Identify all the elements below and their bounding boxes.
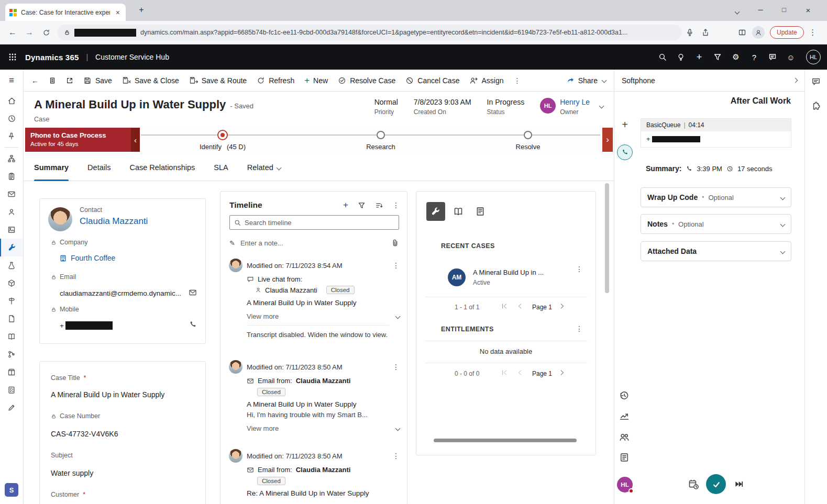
stage-identify-label[interactable]: Identify(45 D) <box>200 143 246 151</box>
browser-profile-avatar[interactable] <box>752 26 765 39</box>
call-phone-icon[interactable] <box>189 320 197 329</box>
entry-more-icon[interactable]: ⋮ <box>392 363 400 371</box>
owner-link[interactable]: Henry Le <box>560 98 590 106</box>
entry-more-icon[interactable]: ⋮ <box>392 452 400 460</box>
process-prev-chevron[interactable]: ‹ <box>131 128 140 152</box>
recent-first-page-icon[interactable] <box>501 303 508 309</box>
contacts-people-icon[interactable] <box>619 432 631 443</box>
contacts-person-icon[interactable] <box>0 203 23 221</box>
stage-research-marker[interactable] <box>377 131 385 139</box>
skip-forward-icon[interactable] <box>734 479 743 489</box>
tab-actions-chevron-icon[interactable] <box>728 7 746 15</box>
recent-case-title-link[interactable]: A Mineral Build Up in ... <box>473 268 544 276</box>
view-more-row[interactable]: View more <box>247 312 400 320</box>
notes-accordion[interactable]: Notes • Optional <box>641 214 791 234</box>
app-name[interactable]: Customer Service Hub <box>95 53 169 61</box>
refresh-button[interactable]: Refresh <box>252 73 299 88</box>
entitlements-next-page-icon[interactable] <box>559 369 565 376</box>
active-call-phone-icon[interactable] <box>617 144 633 160</box>
tab-summary[interactable]: Summary <box>34 154 69 181</box>
cancel-case-button[interactable]: Cancel Case <box>401 73 464 88</box>
view-more-row[interactable]: View more <box>247 424 400 432</box>
complete-acw-check-button[interactable] <box>706 474 726 494</box>
subject-value[interactable]: Water supply <box>51 469 93 477</box>
softphone-collapse-chevron-icon[interactable] <box>793 78 798 83</box>
window-maximize-button[interactable]: □ <box>775 6 793 14</box>
settings-gear-icon[interactable]: ⚙ <box>731 52 741 62</box>
package-box-icon[interactable] <box>0 363 23 381</box>
assign-button[interactable]: Assign <box>465 73 508 88</box>
tab-sla[interactable]: SLA <box>214 154 228 181</box>
timeline-note-row[interactable]: ✎ <box>229 235 399 251</box>
entry-title[interactable]: A Mineral Build Up in Water Supply <box>247 400 400 408</box>
stage-identify-marker[interactable] <box>217 130 228 140</box>
media-photo-icon[interactable] <box>0 221 23 239</box>
split-screen-icon[interactable] <box>734 28 750 37</box>
dynamics-brand[interactable]: Dynamics 365 <box>25 53 79 62</box>
quick-create-plus-icon[interactable]: + <box>694 52 704 63</box>
browser-tab[interactable]: Case: Case for Interactive experie × <box>5 4 126 21</box>
vertical-scrollbar-thumb[interactable] <box>605 183 609 293</box>
form-tab-icon[interactable] <box>475 206 486 217</box>
activities-clipboard-icon[interactable] <box>0 167 23 185</box>
share-button[interactable]: Share <box>561 73 611 88</box>
browser-back-button[interactable]: ← <box>4 28 21 37</box>
notes-page-icon[interactable] <box>619 452 631 464</box>
knowledge-book-tab-icon[interactable] <box>453 206 464 217</box>
app-tile[interactable]: S <box>5 483 18 497</box>
stage-resolve-label[interactable]: Resolve <box>516 143 541 151</box>
new-tab-button[interactable]: + <box>135 5 148 15</box>
tab-case-relationships[interactable]: Case Relationships <box>129 154 195 181</box>
timeline-more-icon[interactable]: ⋮ <box>392 201 400 209</box>
attach-paperclip-icon[interactable] <box>391 239 399 247</box>
attached-data-accordion[interactable]: Attached Data <box>641 241 791 261</box>
recent-case-item[interactable]: AM A Mineral Build Up in ...Active <box>448 268 570 286</box>
entitlements-first-page-icon[interactable] <box>501 369 508 376</box>
command-overflow-icon[interactable]: ⋮ <box>509 73 525 88</box>
chevron-down-icon[interactable] <box>780 195 786 200</box>
timeline-add-icon[interactable]: + <box>343 200 348 210</box>
sitemap-menu-icon[interactable]: ≡ <box>0 70 23 92</box>
entry-more-icon[interactable]: ⋮ <box>392 261 400 270</box>
note-input[interactable] <box>240 239 386 247</box>
open-new-window-icon[interactable] <box>61 73 78 88</box>
search-icon[interactable] <box>657 53 668 61</box>
timeline-search-box[interactable] <box>229 215 399 230</box>
signpost-icon[interactable] <box>0 292 23 310</box>
browser-refresh-button[interactable] <box>38 29 54 37</box>
save-button[interactable]: Save <box>79 73 117 88</box>
tab-close-icon[interactable]: × <box>114 8 122 17</box>
user-avatar[interactable]: HL <box>806 50 821 64</box>
browser-menu-icon[interactable]: ⋮ <box>807 28 819 37</box>
recent-next-page-icon[interactable] <box>559 303 565 309</box>
send-email-icon[interactable] <box>189 288 197 297</box>
company-value-link[interactable]: Fourth Coffee <box>59 254 115 262</box>
case-title-value[interactable]: A Mineral Build Up in Water Supply <box>51 390 164 399</box>
timeline-search-input[interactable] <box>245 219 394 227</box>
entitlements-more-icon[interactable]: ⋮ <box>576 324 583 333</box>
related-cases-wrench-tab[interactable] <box>426 202 445 221</box>
entry-person[interactable]: Claudia Mazzanti <box>296 466 351 474</box>
recent-clock-icon[interactable] <box>0 109 23 127</box>
email-value[interactable]: claudiamazzanti@crmdemo.dynamic... <box>60 289 184 297</box>
document-icon[interactable] <box>0 310 23 328</box>
collapse-back-icon[interactable]: ← <box>27 73 43 88</box>
summary-doc-icon[interactable] <box>44 73 61 88</box>
knowledge-book-icon[interactable] <box>0 328 23 345</box>
plugin-puzzle-icon[interactable] <box>811 101 821 110</box>
process-next-chevron[interactable]: › <box>602 128 613 152</box>
browser-forward-button[interactable]: → <box>21 28 38 37</box>
address-bar[interactable]: dynamics.com/main.aspx?appid=6685b74b-fc… <box>58 25 682 40</box>
chevron-down-icon[interactable] <box>780 221 786 227</box>
contact-name-link[interactable]: Claudia Mazzanti <box>80 216 148 227</box>
recent-prev-page-icon[interactable] <box>517 303 523 309</box>
queue-tab[interactable]: BasicQueue | 04:14 <box>641 119 791 131</box>
cases-wrench-icon[interactable] <box>0 239 23 256</box>
resolve-case-button[interactable]: Resolve Case <box>333 73 400 88</box>
insights-chart-icon[interactable] <box>619 411 631 422</box>
edit-pen-icon[interactable] <box>0 399 23 417</box>
stage-resolve-marker[interactable] <box>524 131 532 139</box>
home-icon[interactable] <box>0 92 23 109</box>
new-session-plus-icon[interactable]: + <box>619 119 631 131</box>
entry-title[interactable]: A Mineral Build Up in Water Supply <box>247 299 400 307</box>
